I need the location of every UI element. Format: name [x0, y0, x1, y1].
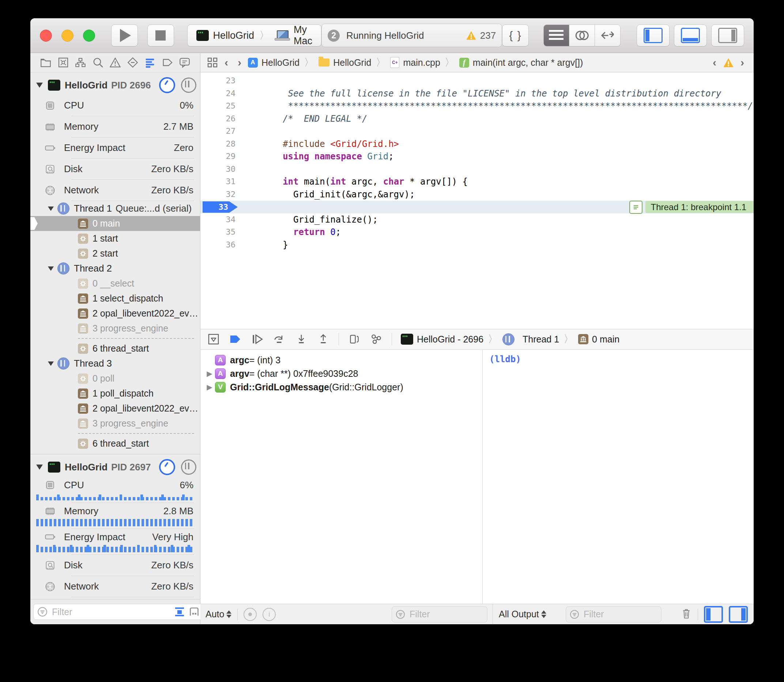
debug-crumb-frame[interactable]: 0 main [592, 334, 620, 345]
navigator-filter-input[interactable] [51, 606, 171, 618]
variables-view[interactable]: A argc = (int) 3 ▶ A argv = (char **) 0x… [200, 350, 483, 604]
info-icon[interactable]: i [263, 608, 276, 621]
code-line[interactable]: 26 [200, 113, 754, 125]
related-items-icon[interactable] [207, 57, 218, 68]
stack-frame-row[interactable]: 1 start [30, 231, 200, 246]
stat-row[interactable]: Disk Zero KB/s [30, 159, 200, 180]
warning-counter[interactable]: 237 [466, 30, 496, 41]
stack-frame-row[interactable]: 1 poll_dispatch [30, 386, 200, 401]
project-navigator-icon[interactable] [38, 54, 54, 70]
stack-frame-row[interactable]: 0 poll [30, 371, 200, 386]
console-output[interactable]: (lldb) [483, 350, 754, 604]
disclosure-arrow-icon[interactable]: ▶ [204, 369, 215, 378]
variable-row[interactable]: ▶ V Grid::GridLogMessage (Grid::GridLogg… [200, 381, 482, 394]
breakpoint-navigator-icon[interactable] [160, 54, 176, 70]
stop-button[interactable] [147, 24, 174, 46]
inspector-toggle-button[interactable] [711, 24, 744, 46]
show-console-toggle[interactable] [729, 606, 748, 623]
memory-graph-button[interactable] [370, 333, 383, 346]
jumpbar-crumb[interactable]: fmain(int argc, char * argv[]) [459, 57, 583, 68]
zoom-button[interactable] [83, 30, 95, 41]
close-button[interactable] [40, 30, 52, 41]
issue-warning-icon[interactable] [723, 58, 734, 68]
stack-frame-row[interactable]: 2 start [30, 246, 200, 261]
clear-console-button[interactable] [681, 607, 692, 621]
stack-frame-row[interactable]: 3 progress_engine [30, 416, 200, 431]
code-line[interactable]: 31 Grid_init(&argc,&argv); [200, 175, 754, 188]
code-line[interactable]: 27#include <Grid/Grid.h> [200, 125, 754, 138]
code-line[interactable]: 32 std::cout << GridLogMessage << "Hello… [200, 188, 754, 201]
next-issue-button[interactable]: › [738, 56, 747, 69]
code-line[interactable]: 34 return 0; [200, 214, 754, 226]
hide-debug-area-button[interactable] [207, 333, 220, 346]
source-editor[interactable]: 23 See the full license in the file "LIC… [200, 72, 754, 329]
threads-view-icon[interactable] [181, 78, 196, 93]
code-line[interactable]: 35} [200, 226, 754, 239]
issue-navigator-icon[interactable] [107, 54, 123, 70]
stack-frame-row[interactable]: 6 thread_start [30, 436, 200, 451]
quicklook-icon[interactable] [244, 608, 257, 621]
code-line[interactable]: 23 See the full license in the file "LIC… [200, 75, 754, 88]
variables-filter-input[interactable] [409, 609, 484, 620]
crashed-threads-toggle-icon[interactable] [189, 606, 200, 617]
stack-frame-row[interactable]: 1 select_dispatch [30, 291, 200, 306]
debug-area-toggle-button[interactable] [674, 24, 707, 46]
scope-dropdown[interactable]: Auto [206, 609, 232, 620]
jumpbar-crumb[interactable]: AHelloGrid [248, 57, 300, 68]
report-navigator-icon[interactable] [177, 54, 193, 70]
disclosure-triangle-icon[interactable] [48, 266, 54, 271]
version-editor-button[interactable] [595, 25, 620, 46]
assistant-editor-button[interactable] [569, 25, 595, 46]
stat-row[interactable]: Disk Zero KB/s [30, 555, 200, 576]
thread-row[interactable]: Thread 2 [30, 261, 200, 276]
stat-row[interactable]: Network Zero KB/s [30, 180, 200, 201]
view-debugger-button[interactable] [348, 333, 361, 346]
thread-row[interactable]: Thread 1 Queue:...d (serial) [30, 201, 200, 216]
disclosure-triangle-icon[interactable] [48, 207, 54, 211]
stat-row[interactable]: CPU 6% [30, 477, 200, 493]
code-line[interactable]: 33 Grid_finalize();Thread 1: breakpoint … [200, 201, 754, 214]
minimize-button[interactable] [61, 30, 73, 41]
console-filter-field[interactable] [566, 606, 661, 622]
disclosure-triangle-icon[interactable] [48, 362, 54, 366]
performance-gauge-icon[interactable] [159, 459, 175, 475]
standard-editor-button[interactable] [544, 25, 569, 46]
test-navigator-icon[interactable] [125, 54, 141, 70]
navigator-toggle-button[interactable] [637, 24, 669, 46]
source-control-navigator-icon[interactable] [55, 54, 71, 70]
stack-frame-row[interactable]: 3 progress_engine [30, 321, 200, 336]
breakpoint-marker[interactable]: 33 [203, 201, 238, 213]
stack-frame-row[interactable]: 6 thread_start [30, 341, 200, 356]
code-line[interactable]: 29 [200, 150, 754, 163]
flat-frames-toggle-icon[interactable] [174, 606, 185, 617]
stack-frame-row[interactable]: 2 opal_libevent2022_ev… [30, 401, 200, 416]
stat-row[interactable]: Energy Impact Very High [30, 529, 200, 545]
step-into-button[interactable] [295, 333, 308, 346]
find-navigator-icon[interactable] [90, 54, 106, 70]
thread-row[interactable]: Thread 3 [30, 356, 200, 371]
stat-row[interactable]: Memory 2.7 MB [30, 116, 200, 137]
breakpoints-toggle-button[interactable] [229, 333, 242, 346]
step-out-button[interactable] [317, 333, 330, 346]
scheme-selector[interactable]: HelloGrid 〉 My Mac [187, 24, 322, 46]
code-line[interactable]: 28using namespace Grid; [200, 138, 754, 151]
braces-button[interactable]: { } [502, 24, 529, 46]
variables-filter-field[interactable] [392, 606, 487, 622]
variable-row[interactable]: A argc = (int) 3 [200, 354, 482, 367]
code-line[interactable]: 25/* END LEGAL */ [200, 100, 754, 113]
show-variables-view-toggle[interactable] [704, 606, 723, 623]
stat-row[interactable]: Energy Impact Zero [30, 137, 200, 158]
output-dropdown[interactable]: All Output [499, 609, 546, 620]
breakpoint-annotation[interactable]: Thread 1: breakpoint 1.1 [629, 201, 754, 213]
previous-issue-button[interactable]: ‹ [710, 56, 719, 69]
stat-row[interactable]: Memory 2.8 MB [30, 503, 200, 519]
disclosure-triangle-icon[interactable] [36, 83, 43, 88]
continue-button[interactable] [251, 333, 264, 346]
disclosure-arrow-icon[interactable]: ▶ [204, 382, 215, 392]
back-button[interactable]: ‹ [222, 56, 231, 69]
code-line[interactable]: 24 *************************************… [200, 88, 754, 100]
code-line[interactable]: 30int main(int argc, char * argv[]) { [200, 163, 754, 176]
jumpbar-crumb[interactable]: C+main.cpp [390, 57, 440, 68]
variable-row[interactable]: ▶ A argv = (char **) 0x7ffee9039c28 [200, 367, 482, 381]
performance-gauge-icon[interactable] [159, 77, 175, 93]
